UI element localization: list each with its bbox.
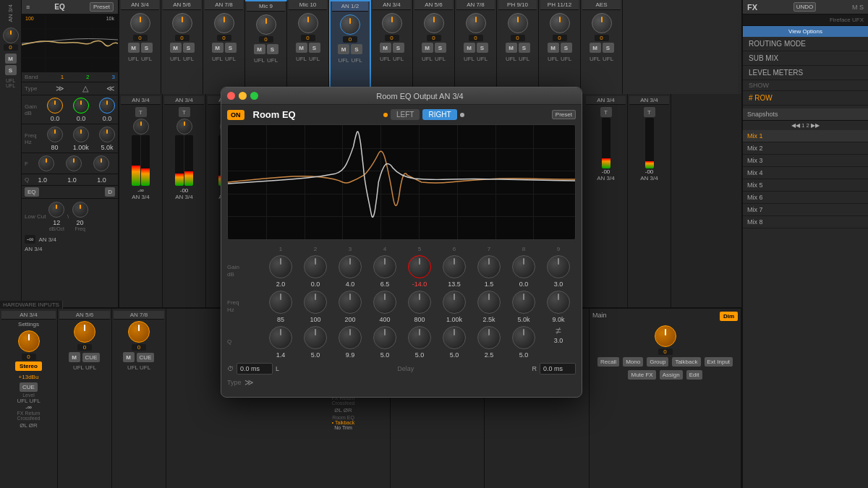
mute-fx-btn[interactable]: Mute FX [628,370,655,380]
scissors-icon[interactable]: ≠ [556,325,561,336]
freq-knob-4[interactable] [373,291,396,314]
top-s-btn-ph910[interactable]: S [519,43,530,53]
top-knob-an78-2[interactable] [466,13,486,33]
maximize-icon[interactable] [250,92,258,100]
top-m-btn-ph1112[interactable]: M [548,43,559,53]
no-trim-p1[interactable]: No Trim [334,425,352,430]
top-m-btn-mic10[interactable]: M [296,43,307,53]
top-knob-ph1112[interactable] [550,13,570,33]
recall-btn[interactable]: Recall [597,357,619,367]
eq-preset-btn[interactable]: Preset [90,2,114,12]
top-s-btn-aes[interactable]: S [603,43,614,53]
freq-knob-3[interactable] [339,291,362,314]
close-icon[interactable] [227,92,235,100]
top-s-btn-an12[interactable]: S [351,44,362,54]
snapshot-mix2[interactable]: Mix 2 [743,142,868,155]
left-eq-m-btn[interactable]: M [5,53,17,64]
top-s-btn-an78-2[interactable]: S [477,43,488,53]
mid-knob-1[interactable] [133,119,149,134]
top-m-btn-an56[interactable]: M [170,43,182,53]
room-eq-preset-btn[interactable]: Preset [552,110,576,119]
top-knob-an56-2[interactable] [424,13,444,33]
d-button[interactable]: D [105,187,115,197]
eq-type-1[interactable]: ≫ [56,84,64,93]
left-btn[interactable]: LEFT [391,109,420,120]
freq-knob-6[interactable] [443,291,466,314]
undo-btn[interactable]: UNDO [793,2,817,12]
snapshot-mix1[interactable]: Mix 1 [743,130,868,142]
top-m-btn-mic9[interactable]: M [254,44,265,54]
top-knob-aes[interactable] [592,13,612,33]
q-knob-8[interactable] [512,326,535,349]
routing-mode-item[interactable]: ROUTING MODE [743,37,868,51]
top-m-btn-an78[interactable]: M [212,43,224,53]
top-m-btn-an34[interactable]: M [128,43,140,53]
top-m-btn-an12[interactable]: M [338,44,349,54]
top-knob-ph910[interactable] [508,13,528,33]
gain-knob-7[interactable] [477,255,501,278]
left-eq-s-btn[interactable]: S [5,65,17,75]
snapshot-mix8[interactable]: Mix 8 [743,216,868,228]
talkback-btn[interactable]: Talkback [672,357,700,367]
top-m-btn-ph910[interactable]: M [506,43,517,53]
bottom-an78-knob[interactable] [128,321,150,343]
top-m-btn-an78-2[interactable]: M [464,43,475,53]
stereo-btn[interactable]: Stereo [15,361,42,371]
rmid-t-btn-2[interactable]: T [644,107,655,117]
q-knob-4[interactable] [373,326,396,349]
eq-type-3[interactable]: ≪ [106,84,115,93]
eq-q-knob-3[interactable] [93,155,109,171]
assign-btn[interactable]: Assign [660,370,683,380]
delay-r-input[interactable] [540,363,576,374]
delay-l-input[interactable] [237,363,273,374]
top-m-btn-aes[interactable]: M [590,43,601,53]
bottom-an78-m[interactable]: M [123,352,135,362]
bottom-an56-knob[interactable] [74,321,95,343]
cue-btn-bottom[interactable]: CUE [20,382,38,392]
sub-mix-item[interactable]: SUB MIX [743,51,868,66]
eq-q-knob-2[interactable] [66,155,82,171]
top-knob-an34[interactable] [130,13,150,33]
eq-freq-knob-2[interactable] [73,127,89,142]
room-eq-label-p1[interactable]: Room EQ [332,415,354,420]
top-knob-an34-2[interactable] [382,13,402,33]
eq-freq-knob-3[interactable] [99,127,115,142]
row-btn[interactable]: # ROW [743,91,868,106]
type-icon[interactable]: ≫ [244,377,254,388]
top-s-btn-ph1112[interactable]: S [561,43,572,53]
top-s-btn-an34-2[interactable]: S [393,43,404,53]
top-m-btn-an56-2[interactable]: M [422,43,433,53]
rmid-t-btn-1[interactable]: T [600,107,612,117]
gain-knob-1[interactable] [269,255,292,278]
on-button[interactable]: ON [227,110,244,120]
q-knob-6[interactable] [443,326,466,349]
top-s-btn-mic9[interactable]: S [267,44,278,54]
q-knob-7[interactable] [477,326,501,349]
snapshot-mix6[interactable]: Mix 6 [743,192,868,204]
q-knob-1[interactable] [269,326,292,349]
freq-knob[interactable] [72,202,88,218]
bottom-an34-knob[interactable] [18,330,40,352]
gain-knob-6[interactable] [443,255,466,278]
t-btn-2[interactable]: T [179,107,190,117]
gain-knob-8[interactable] [512,255,535,278]
eq-q-knob-1[interactable] [38,155,54,171]
bottom-an56-m[interactable]: M [69,352,80,362]
gain-knob-4[interactable] [373,255,396,278]
freq-knob-5[interactable] [408,291,431,314]
t-btn-1[interactable]: T [135,107,147,117]
gain-knob-3[interactable] [339,255,362,278]
snapshot-mix3[interactable]: Mix 3 [743,155,868,167]
mono-btn[interactable]: Mono [623,357,643,367]
dim-btn[interactable]: Dim [720,312,738,321]
top-s-btn-an56[interactable]: S [183,43,195,53]
snapshot-mix4[interactable]: Mix 4 [743,167,868,179]
freq-knob-9[interactable] [547,291,570,314]
view-options-btn[interactable]: View Options [743,26,868,37]
eq-type-2[interactable]: △ [82,84,88,93]
group-btn[interactable]: Group [647,357,668,367]
eq-gain-knob-2[interactable] [73,98,89,114]
top-s-btn-mic10[interactable]: S [309,43,320,53]
gain-knob-9[interactable] [547,255,570,278]
edit-btn[interactable]: Edit [686,370,702,380]
